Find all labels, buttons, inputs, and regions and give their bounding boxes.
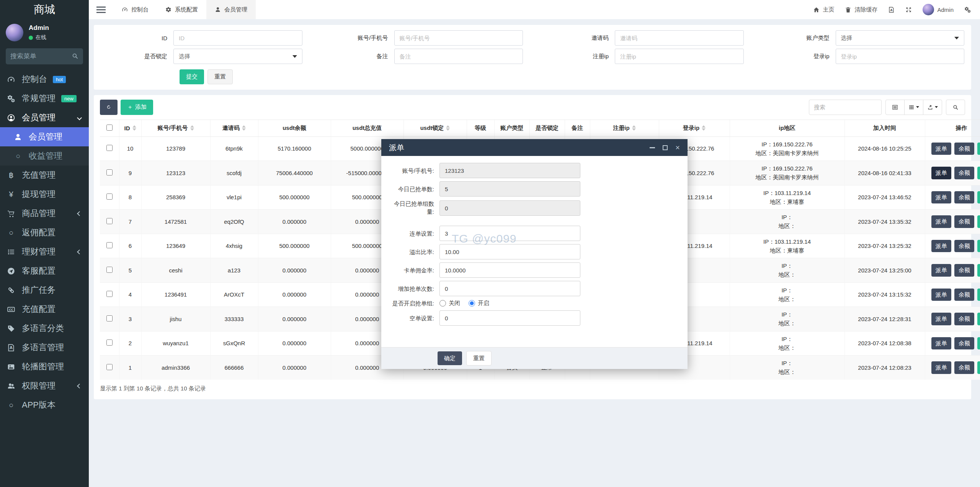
fullscreen-button[interactable]	[905, 7, 912, 13]
edit-button[interactable]: ✎	[977, 337, 980, 350]
balance-button[interactable]: 余额	[954, 191, 974, 204]
filter-input[interactable]	[394, 30, 523, 46]
balance-button[interactable]: 余额	[954, 289, 974, 301]
radio-option-on[interactable]: 开启	[469, 300, 489, 307]
balance-button[interactable]: 余额	[954, 143, 974, 155]
sidebar-item[interactable]: 权限管理	[0, 376, 89, 395]
submit-button[interactable]: 提交	[180, 69, 204, 84]
filter-input[interactable]	[173, 30, 302, 46]
sidebar-item[interactable]: ○ 收益管理	[0, 146, 89, 166]
edit-button[interactable]: ✎	[977, 215, 980, 228]
home-link[interactable]: 主页	[813, 6, 834, 13]
sidebar-item[interactable]: 轮播图管理	[0, 357, 89, 376]
row-checkbox[interactable]	[106, 242, 113, 248]
column-header[interactable]: 是否锁定	[529, 120, 565, 136]
row-checkbox[interactable]	[106, 145, 113, 151]
column-header[interactable]: 等级	[467, 120, 494, 136]
sidebar-item[interactable]: 商品管理	[0, 204, 89, 223]
sidebar-item[interactable]: ฿ 充值管理	[0, 166, 89, 185]
balance-button[interactable]: 余额	[954, 337, 974, 350]
column-header[interactable]: usdt锁定	[403, 120, 467, 136]
column-header[interactable]: usdt总充值	[331, 120, 403, 136]
nav-tab[interactable]: 会员管理	[206, 0, 256, 19]
add-button[interactable]: ＋添加	[121, 100, 153, 115]
dispatch-button[interactable]: 派单	[931, 240, 951, 253]
row-checkbox[interactable]	[106, 339, 113, 346]
row-checkbox[interactable]	[106, 364, 113, 370]
detail-view-button[interactable]	[885, 100, 905, 115]
radio-off[interactable]	[439, 300, 446, 307]
close-icon[interactable]: ×	[675, 144, 680, 151]
export-button[interactable]	[923, 100, 942, 115]
modal-input[interactable]	[439, 244, 580, 259]
column-header[interactable]: 账号/手机号	[141, 120, 210, 136]
dispatch-button[interactable]: 派单	[931, 313, 951, 325]
sidebar-item[interactable]: 会员管理	[0, 108, 89, 127]
select-all-checkbox[interactable]	[106, 125, 113, 131]
column-header[interactable]: 注册ip	[590, 120, 659, 136]
reset-button[interactable]: 重置	[207, 69, 233, 84]
language-button[interactable]	[888, 7, 895, 13]
table-search-button[interactable]	[946, 100, 965, 115]
modal-input[interactable]	[439, 262, 580, 278]
column-header[interactable]: usdt余额	[258, 120, 331, 136]
maximize-icon[interactable]	[663, 145, 668, 150]
edit-button[interactable]: ✎	[977, 167, 980, 179]
sidebar-item[interactable]: 理财管理	[0, 242, 89, 261]
modal-input[interactable]	[439, 181, 580, 197]
minimize-icon[interactable]	[650, 147, 655, 148]
column-header[interactable]: ID	[119, 120, 141, 136]
sidebar-item[interactable]: 常规管理 new	[0, 89, 89, 108]
row-checkbox[interactable]	[106, 218, 113, 224]
edit-button[interactable]: ✎	[977, 143, 980, 155]
column-header[interactable]: 操作	[925, 120, 980, 136]
modal-input[interactable]	[439, 163, 580, 178]
modal-input[interactable]	[439, 281, 580, 296]
sidebar-item[interactable]: 充值配置	[0, 300, 89, 319]
sidebar-toggle-button[interactable]	[89, 0, 113, 19]
balance-button[interactable]: 余额	[954, 361, 974, 374]
modal-input[interactable]	[439, 200, 580, 216]
edit-button[interactable]: ✎	[977, 191, 980, 204]
confirm-button[interactable]: 确定	[438, 351, 462, 366]
column-header[interactable]: 备注	[565, 120, 590, 136]
sidebar-item[interactable]: ○ 返佣配置	[0, 223, 89, 242]
balance-button[interactable]: 余额	[954, 167, 974, 179]
sidebar-item[interactable]: 客服配置	[0, 261, 89, 280]
admin-menu[interactable]: Admin	[923, 4, 954, 15]
filter-input[interactable]	[394, 49, 523, 64]
search-icon[interactable]	[72, 52, 78, 61]
row-checkbox[interactable]	[106, 193, 113, 200]
column-header[interactable]: 账户类型	[494, 120, 529, 136]
dispatch-button[interactable]: 派单	[931, 215, 951, 228]
edit-button[interactable]: ✎	[977, 313, 980, 325]
modal-input[interactable]	[439, 310, 580, 326]
row-checkbox[interactable]	[106, 169, 113, 175]
balance-button[interactable]: 余额	[954, 264, 974, 277]
modal-reset-button[interactable]: 重置	[466, 351, 492, 366]
refresh-button[interactable]	[100, 100, 118, 115]
sidebar-item[interactable]: ¥ 提现管理	[0, 185, 89, 204]
filter-select[interactable]: 选择	[173, 49, 302, 64]
edit-button[interactable]: ✎	[977, 289, 980, 301]
sidebar-item[interactable]: ○ APP版本	[0, 395, 89, 415]
balance-button[interactable]: 余额	[954, 240, 974, 253]
row-checkbox[interactable]	[106, 267, 113, 273]
dispatch-button[interactable]: 派单	[931, 191, 951, 204]
filter-input[interactable]	[615, 49, 744, 64]
dispatch-button[interactable]: 派单	[931, 167, 951, 179]
balance-button[interactable]: 余额	[954, 215, 974, 228]
columns-button[interactable]	[904, 100, 923, 115]
filter-input[interactable]	[836, 49, 965, 64]
row-checkbox[interactable]	[106, 291, 113, 297]
sidebar-item[interactable]: 会员管理	[0, 127, 89, 146]
balance-button[interactable]: 余额	[954, 313, 974, 325]
edit-button[interactable]: ✎	[977, 361, 980, 374]
column-header[interactable]: 加入时间	[844, 120, 925, 136]
column-header[interactable]: 邀请码	[210, 120, 258, 136]
edit-button[interactable]: ✎	[977, 240, 980, 253]
sidebar-search-input[interactable]	[10, 52, 72, 60]
column-header[interactable]: 登录ip	[659, 120, 730, 136]
row-checkbox[interactable]	[106, 315, 113, 321]
modal-input[interactable]	[439, 226, 580, 241]
